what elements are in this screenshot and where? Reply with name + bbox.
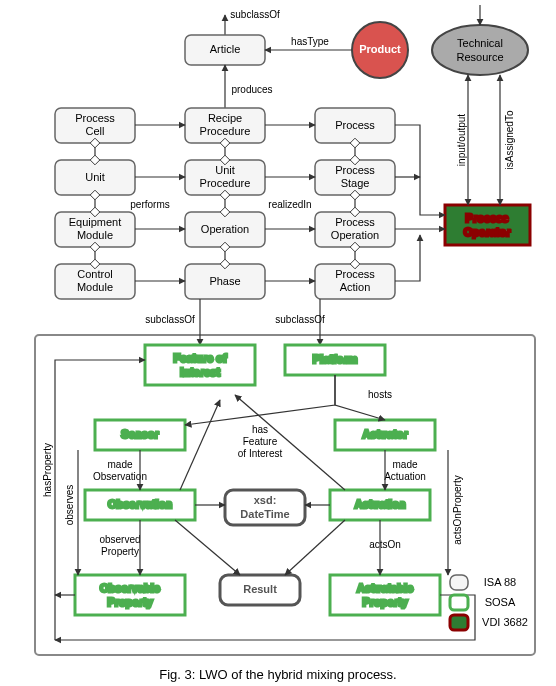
figure-caption: Fig. 3: LWO of the hybrid mixing process… [159, 667, 396, 682]
label-process-action-0: Process [335, 268, 375, 280]
label-equipment-module-1: Module [77, 229, 113, 241]
label-hasType: hasType [291, 36, 329, 47]
label-actP-0: Actuatable [357, 582, 413, 594]
legend-vdi: VDI 3682 [482, 616, 528, 628]
legend-sosa-swatch [450, 595, 468, 610]
label-process-operation-1: Operation [331, 229, 379, 241]
label-equipment-module-0: Equipment [69, 216, 122, 228]
label-actsOnProperty: actsOnProperty [452, 475, 463, 544]
label-madeObs-0: made [107, 459, 132, 470]
label-phase: Phase [209, 275, 240, 287]
label-process-action-1: Action [340, 281, 371, 293]
label-xsd-0: xsd: [254, 494, 277, 506]
label-unit-procedure-0: Unit [215, 164, 235, 176]
label-platform: Platform [313, 353, 358, 365]
label-realizedIn: realizedIn [268, 199, 311, 210]
label-control-module-0: Control [77, 268, 112, 280]
legend-isa88-swatch [450, 575, 468, 590]
label-actuator: Actuator [362, 428, 408, 440]
label-recipe-procedure-1: Procedure [200, 125, 251, 137]
label-madeAct-1: Actuation [384, 471, 426, 482]
label-actuation: Actuation [355, 498, 406, 510]
label-hasfoi-2: of Interest [238, 448, 283, 459]
label-technical-1: Resource [456, 51, 503, 63]
label-obsProp-0: observed [99, 534, 140, 545]
label-hosts: hosts [368, 389, 392, 400]
label-observation: Observation [108, 498, 172, 510]
label-unit: Unit [85, 171, 105, 183]
label-actP-1: Property [362, 596, 408, 608]
label-technical-0: Technical [457, 37, 503, 49]
label-process-operator-1: Operator [464, 226, 511, 238]
label-actsOn: actsOn [369, 539, 401, 550]
label-foi-1: Interest [180, 366, 220, 378]
legend-isa88: ISA 88 [484, 576, 516, 588]
legend-vdi-swatch [450, 615, 468, 630]
label-result: Result [243, 583, 277, 595]
legend-sosa: SOSA [485, 596, 516, 608]
label-observes: observes [64, 485, 75, 526]
label-hasfoi-1: Feature [243, 436, 278, 447]
label-process-stage-0: Process [335, 164, 375, 176]
label-operation: Operation [201, 223, 249, 235]
label-madeAct-0: made [392, 459, 417, 470]
label-sensor: Sensor [121, 428, 159, 440]
label-madeObs-1: Observation [93, 471, 147, 482]
label-control-module-1: Module [77, 281, 113, 293]
label-subclassOf-2: subclassOf [275, 314, 325, 325]
label-xsd-1: DateTime [240, 508, 289, 520]
label-article: Article [210, 43, 241, 55]
label-subclassOf-1: subclassOf [145, 314, 195, 325]
label-obsProp-1: Property [101, 546, 139, 557]
label-product: Product [359, 43, 401, 55]
label-process-stage-1: Stage [341, 177, 370, 189]
label-subclassOf-top: subclassOf [230, 9, 280, 20]
label-input-output: input/output [456, 114, 467, 166]
label-unit-procedure-1: Procedure [200, 177, 251, 189]
label-recipe-procedure-0: Recipe [208, 112, 242, 124]
label-process-operation-0: Process [335, 216, 375, 228]
label-obsP-0: Observable [100, 582, 160, 594]
label-foi-0: Feature of [173, 352, 227, 364]
label-process-cell-0: Process [75, 112, 115, 124]
label-hasProperty: hasProperty [42, 443, 53, 497]
label-process: Process [335, 119, 375, 131]
label-hasfoi-0: has [252, 424, 268, 435]
label-performs: performs [130, 199, 169, 210]
label-process-cell-1: Cell [86, 125, 105, 137]
label-obsP-1: Property [107, 596, 153, 608]
label-process-operator-0: Process [466, 212, 509, 224]
label-isAssignedTo: isAssignedTo [504, 110, 515, 169]
label-produces: produces [231, 84, 272, 95]
